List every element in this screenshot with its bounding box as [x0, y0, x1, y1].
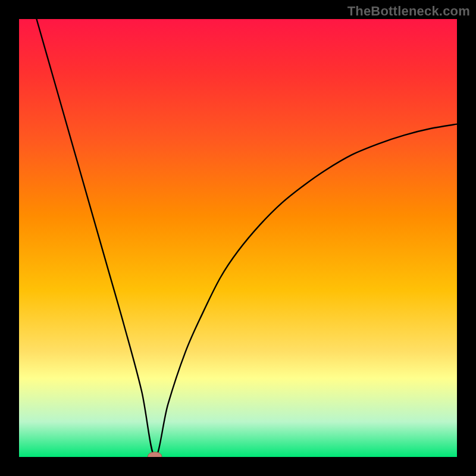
- curve-layer: [19, 19, 457, 457]
- min-marker: [148, 452, 162, 457]
- bottleneck-curve: [36, 19, 457, 457]
- watermark-text: TheBottleneck.com: [347, 4, 470, 19]
- plot-area: [19, 19, 457, 457]
- chart-frame: TheBottleneck.com: [0, 0, 476, 476]
